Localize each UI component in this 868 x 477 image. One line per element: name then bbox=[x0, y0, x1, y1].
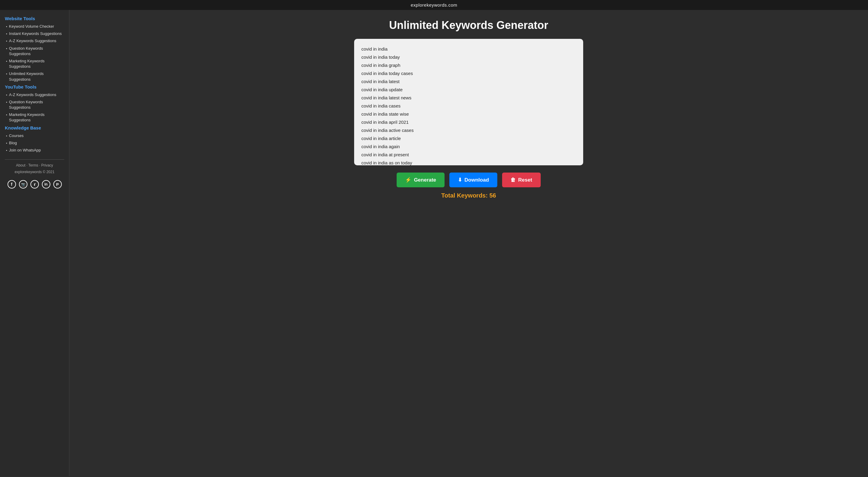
sidebar-item-keyword-volume-checker[interactable]: • Keyword Volume Checker bbox=[5, 23, 64, 30]
keyword-line: covid in india april 2021 bbox=[361, 118, 576, 126]
bullet-icon: • bbox=[6, 148, 7, 153]
bullet-icon: • bbox=[6, 134, 7, 138]
sidebar-item-yt-marketing-keywords[interactable]: • Marketing Keywords Suggestions bbox=[5, 111, 64, 124]
main-content: Unlimited Keywords Generator covid in in… bbox=[69, 10, 868, 476]
total-keywords: Total Keywords: 56 bbox=[441, 192, 496, 199]
reset-label: Reset bbox=[518, 177, 532, 183]
download-button[interactable]: ⬇ Download bbox=[450, 173, 497, 187]
keyword-line: covid in india latest bbox=[361, 77, 576, 86]
bullet-icon: • bbox=[6, 39, 7, 43]
top-bar: explorekeywords.com bbox=[0, 0, 868, 10]
generate-label: Generate bbox=[414, 177, 436, 183]
keyword-line: covid in india update bbox=[361, 86, 576, 94]
sidebar-item-yt-az-keywords[interactable]: • A-Z Keywords Suggestions bbox=[5, 91, 64, 99]
pinterest-icon[interactable]: P bbox=[53, 180, 62, 189]
facebook-icon[interactable]: f bbox=[7, 180, 16, 189]
keyword-line: covid in india article bbox=[361, 134, 576, 142]
site-domain: explorekeywords.com bbox=[411, 2, 458, 7]
generate-icon: ⚡ bbox=[405, 177, 411, 183]
generate-button[interactable]: ⚡ Generate bbox=[397, 173, 444, 187]
action-buttons: ⚡ Generate ⬇ Download 🗑 Reset bbox=[397, 173, 540, 187]
keyword-line: covid in india again bbox=[361, 142, 576, 150]
keyword-line: covid in india active cases bbox=[361, 126, 576, 134]
keyword-line: covid in india as on today bbox=[361, 159, 576, 165]
trash-icon: 🗑 bbox=[510, 177, 516, 183]
sidebar-item-az-keywords[interactable]: • A-Z Keywords Suggestions bbox=[5, 37, 64, 44]
website-tools-title: Website Tools bbox=[5, 16, 64, 21]
keywords-box[interactable]: covid in indiacovid in india todaycovid … bbox=[354, 39, 583, 165]
keyword-line: covid in india today bbox=[361, 53, 576, 61]
keyword-line: covid in india at present bbox=[361, 150, 576, 159]
keyword-line: covid in india bbox=[361, 45, 576, 53]
linkedin-icon[interactable]: in bbox=[42, 180, 50, 189]
sidebar-item-unlimited-keywords[interactable]: • Unlimited Keywords Suggestions bbox=[5, 70, 64, 83]
sidebar-section-knowledge-base: Knowledge Base • Courses • Blog • Join o… bbox=[5, 125, 64, 154]
sidebar-item-instant-keywords[interactable]: • Instant Keywords Suggestions bbox=[5, 30, 64, 37]
bullet-icon: • bbox=[6, 141, 7, 145]
instagram-icon[interactable]: 📷 bbox=[19, 180, 27, 189]
bullet-icon: • bbox=[6, 32, 7, 36]
sidebar-item-yt-question-keywords[interactable]: • Question Keywords Suggestions bbox=[5, 99, 64, 111]
keyword-line: covid in india state wise bbox=[361, 110, 576, 118]
sidebar-item-courses[interactable]: • Courses bbox=[5, 132, 64, 139]
social-icons: f 📷 𝕣 in P bbox=[5, 180, 64, 189]
reset-button[interactable]: 🗑 Reset bbox=[502, 173, 540, 187]
knowledge-base-title: Knowledge Base bbox=[5, 125, 64, 130]
bullet-icon: • bbox=[6, 24, 7, 29]
download-label: Download bbox=[464, 177, 489, 183]
sidebar: Website Tools • Keyword Volume Checker •… bbox=[0, 10, 69, 476]
sidebar-section-youtube-tools: YouTube Tools • A-Z Keywords Suggestions… bbox=[5, 84, 64, 124]
bullet-icon: • bbox=[6, 72, 7, 76]
keyword-line: covid in india latest news bbox=[361, 94, 576, 102]
keyword-line: covid in india today cases bbox=[361, 69, 576, 77]
footer-links[interactable]: About · Terms · Privacy bbox=[5, 163, 64, 167]
bullet-icon: • bbox=[6, 113, 7, 117]
keyword-line: covid in india graph bbox=[361, 61, 576, 69]
sidebar-divider bbox=[5, 159, 64, 160]
total-count: 56 bbox=[490, 192, 496, 199]
download-icon: ⬇ bbox=[458, 177, 462, 183]
sidebar-item-marketing-keywords[interactable]: • Marketing Keywords Suggestions bbox=[5, 58, 64, 70]
bullet-icon: • bbox=[6, 46, 7, 51]
sidebar-item-question-keywords[interactable]: • Question Keywords Suggestions bbox=[5, 45, 64, 58]
keyword-line: covid in india cases bbox=[361, 102, 576, 110]
bullet-icon: • bbox=[6, 100, 7, 104]
youtube-tools-title: YouTube Tools bbox=[5, 84, 64, 90]
twitter-icon[interactable]: 𝕣 bbox=[30, 180, 39, 189]
sidebar-item-blog[interactable]: • Blog bbox=[5, 139, 64, 147]
bullet-icon: • bbox=[6, 93, 7, 97]
sidebar-item-whatsapp[interactable]: • Join on WhatsApp bbox=[5, 147, 64, 154]
bullet-icon: • bbox=[6, 59, 7, 64]
total-label: Total Keywords: bbox=[441, 192, 488, 199]
sidebar-section-website-tools: Website Tools • Keyword Volume Checker •… bbox=[5, 16, 64, 83]
page-title: Unlimited Keywords Generator bbox=[389, 19, 548, 32]
layout: Website Tools • Keyword Volume Checker •… bbox=[0, 10, 868, 476]
copyright: explorekeywords © 2021 bbox=[5, 170, 64, 174]
